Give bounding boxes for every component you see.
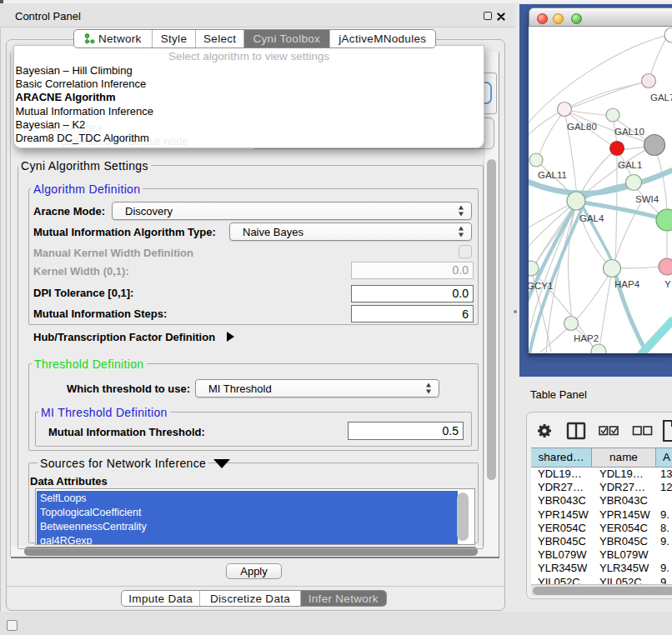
svg-text:HAP4: HAP4: [614, 279, 640, 289]
svg-text:GCY1: GCY1: [529, 281, 553, 291]
svg-text:HAP2: HAP2: [574, 333, 599, 343]
svg-text:SWI4: SWI4: [635, 194, 659, 204]
svg-text:GAL7: GAL7: [650, 92, 672, 102]
svg-text:GAL11: GAL11: [538, 170, 567, 180]
svg-text:Y: Y: [664, 279, 671, 289]
svg-text:GAL80: GAL80: [567, 122, 597, 132]
svg-text:GAL1: GAL1: [618, 160, 642, 170]
svg-text:GAL10: GAL10: [614, 127, 644, 137]
svg-text:GAL4: GAL4: [579, 213, 604, 223]
